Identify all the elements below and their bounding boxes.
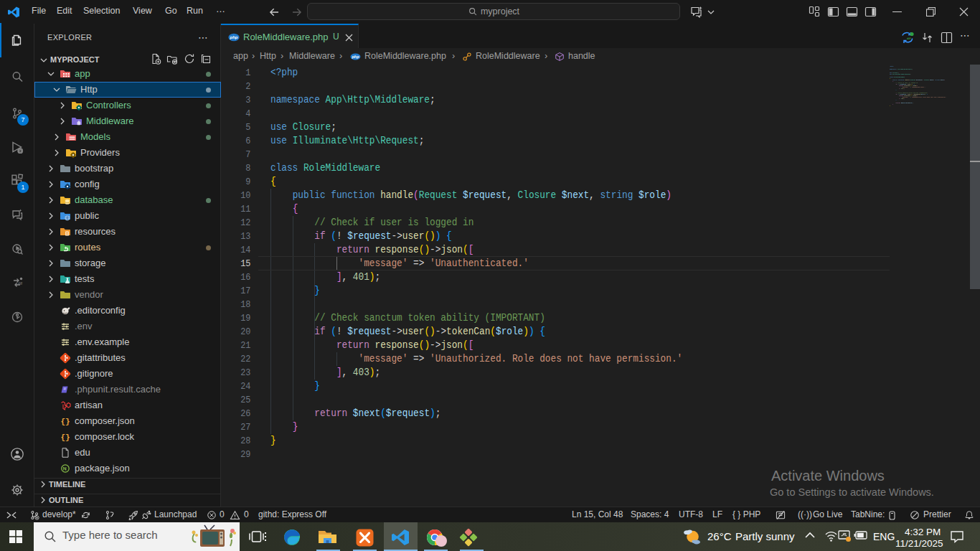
svg-text:php: php [230, 35, 238, 39]
svg-text:diff: diff [907, 37, 911, 40]
svg-text:php: php [351, 55, 359, 59]
svg-text:{}: {} [60, 418, 70, 426]
svg-text:diff: diff [18, 282, 23, 286]
svg-text:{}: {} [60, 433, 70, 442]
